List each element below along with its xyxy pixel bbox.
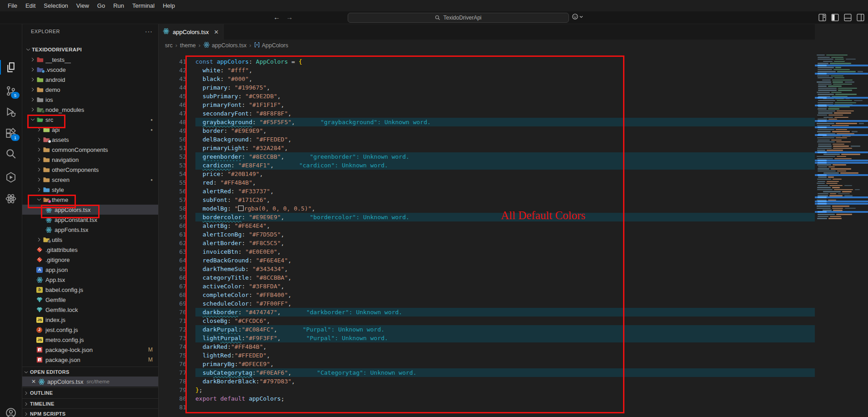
activity-item-source-control-icon[interactable]: 5 xyxy=(0,82,22,100)
tree-item-package-lock-json[interactable]: package-lock.jsonM xyxy=(22,345,158,355)
tree-item-metro-config-js[interactable]: JSmetro.config.js xyxy=(22,335,158,345)
breadcrumb-item-theme[interactable]: theme xyxy=(180,42,196,49)
tree-item-appfonts-tsx[interactable]: appFonts.tsx xyxy=(22,225,158,235)
close-icon[interactable]: ✕ xyxy=(30,378,37,385)
explorer-actions-icon[interactable]: ··· xyxy=(145,28,153,35)
activity-item-testing-icon[interactable] xyxy=(0,168,22,186)
toggle-secondary-sidebar-icon[interactable] xyxy=(857,14,864,21)
tree-item-api[interactable]: api● xyxy=(22,125,158,135)
code-line-77[interactable]: 77 subCategorytag:"#F0EAF6","Categorytag… xyxy=(158,368,815,377)
tree-item-src[interactable]: src● xyxy=(22,115,158,125)
tree-item-app-json[interactable]: Aapp.json xyxy=(22,265,158,275)
menu-item-help[interactable]: Help xyxy=(159,0,179,11)
section-outline[interactable]: OUTLINE xyxy=(22,387,158,398)
tree-item-texidodriverapi[interactable]: TEXIDODRIVERAPI xyxy=(22,45,158,55)
code-line-54[interactable]: 54 price: "#20B149", xyxy=(158,170,815,178)
open-editor-item[interactable]: ✕appColors.tsxsrc/theme xyxy=(22,377,158,387)
tree-item-babel-config-js[interactable]: bbabel.config.js xyxy=(22,285,158,295)
tree-item--vscode[interactable]: .vscode xyxy=(22,65,158,75)
toggle-primary-sidebar-icon[interactable] xyxy=(831,14,839,21)
toggle-panel-icon[interactable] xyxy=(844,14,852,21)
code-line-70[interactable]: 70 darkborder: "#474747","darkborder": U… xyxy=(158,308,815,317)
tree-item-style[interactable]: style xyxy=(22,185,158,195)
code-line-55[interactable]: 55 red: "#FF4B4B", xyxy=(158,178,815,187)
activity-item-search-icon[interactable] xyxy=(0,145,22,163)
menu-item-selection[interactable]: Selection xyxy=(40,0,72,11)
tree-item-othercomponents[interactable]: otherComponents xyxy=(22,165,158,175)
code-line-73[interactable]: 73 lightPurpal:"#F9F3FF","Purpal": Unkno… xyxy=(158,334,815,342)
code-line-81[interactable]: 81 xyxy=(158,403,815,412)
code-line-80[interactable]: 80export default appColors; xyxy=(158,394,815,403)
section-open-editors[interactable]: OPEN EDITORS xyxy=(22,367,158,377)
code-line-51[interactable]: 51 primaryLight: "#32A284", xyxy=(158,144,815,152)
minimap[interactable] xyxy=(815,24,868,417)
tab-appcolors[interactable]: appColors.tsx ✕ xyxy=(158,24,224,40)
command-center-search[interactable]: TexidoDriverApi xyxy=(348,13,569,23)
code-line-63[interactable]: 63 invoiceBtn: "#E0E0E0", xyxy=(158,247,815,256)
tree-item-package-json[interactable]: package.jsonM xyxy=(22,355,158,365)
copilot-icon[interactable] xyxy=(572,13,583,20)
activity-item-account-icon[interactable] xyxy=(0,404,22,417)
code-line-74[interactable]: 74 darkRed:"#FF4B4B", xyxy=(158,342,815,351)
tree-item-utils[interactable]: utils xyxy=(22,235,158,245)
code-line-61[interactable]: 61 alertIconBg: "#F7D5D5", xyxy=(158,230,815,239)
breadcrumb-item-appcolors-tsx[interactable]: appColors.tsx xyxy=(203,41,246,50)
tree-item-navigation[interactable]: navigation xyxy=(22,155,158,165)
code-line-62[interactable]: 62 alertBorder: "#F8C5C5", xyxy=(158,239,815,247)
code-line-50[interactable]: 50 delBackground: "#FFEDED", xyxy=(158,135,815,144)
code-line-49[interactable]: 49 border: "#E9E9E9", xyxy=(158,126,815,135)
code-line-66[interactable]: 66 categoryTitle: "#8CCBBA", xyxy=(158,273,815,282)
activity-item-run-debug-icon[interactable] xyxy=(0,103,22,121)
code-line-60[interactable]: 60 alertBg: "#F6E4E4", xyxy=(158,221,815,230)
tree-item-node-modules[interactable]: node_modules xyxy=(22,105,158,115)
menu-item-run[interactable]: Run xyxy=(109,0,128,11)
activity-item-explorer-icon[interactable] xyxy=(0,58,22,76)
tree-item-gemfile-lock[interactable]: Gemfile.lock xyxy=(22,305,158,315)
tree-item-screen[interactable]: screen● xyxy=(22,175,158,185)
customize-layout-icon[interactable] xyxy=(818,14,826,21)
code-line-65[interactable]: 65 darkThemeSub: "#343434", xyxy=(158,265,815,273)
tree-item-assets[interactable]: assets xyxy=(22,135,158,145)
tree-item-app-tsx[interactable]: App.tsx xyxy=(22,275,158,285)
tree-item-theme[interactable]: theme xyxy=(22,195,158,205)
code-line-58[interactable]: 58 modelBg: "rgba(0, 0, 0, 0.5)", xyxy=(158,204,815,213)
code-line-46[interactable]: 46 primaryFont: "#1F1F1F", xyxy=(158,100,815,109)
code-line-68[interactable]: 68 completeColor: "#FFB400", xyxy=(158,291,815,299)
tree-item-ios[interactable]: ios xyxy=(22,95,158,105)
code-line-44[interactable]: 44 primary: "#199675", xyxy=(158,83,815,92)
code-line-56[interactable]: 56 alertRed: "#F33737", xyxy=(158,187,815,196)
code-editor[interactable]: 41const appColors: AppColors = {42 white… xyxy=(158,51,815,417)
menu-item-terminal[interactable]: Terminal xyxy=(128,0,159,11)
tree-item-android[interactable]: android xyxy=(22,75,158,85)
code-line-48[interactable]: 48 graybackground: "#F5F5F5","graybackgr… xyxy=(158,118,815,126)
tree-item--gitignore[interactable]: .gitignore xyxy=(22,255,158,265)
nav-back-icon[interactable]: ← xyxy=(272,13,282,21)
tree-item--gitattributes[interactable]: .gitattributes xyxy=(22,245,158,255)
code-line-71[interactable]: 71 closeBg: "#CFCDC6", xyxy=(158,317,815,325)
code-line-45[interactable]: 45 subPrimary: "#C9E2DB", xyxy=(158,92,815,100)
section-timeline[interactable]: TIMELINE xyxy=(22,398,158,409)
code-line-43[interactable]: 43 black: "#000", xyxy=(158,75,815,83)
breadcrumb-item-src[interactable]: src xyxy=(165,42,173,49)
tree-item-appcolors-tsx[interactable]: appColors.tsx xyxy=(22,205,158,215)
tree-item-gemfile[interactable]: Gemfile xyxy=(22,295,158,305)
tree-item-appconstant-tsx[interactable]: appConstant.tsx xyxy=(22,215,158,225)
menu-item-go[interactable]: Go xyxy=(93,0,109,11)
tree-item-commoncomponents[interactable]: commonComponents xyxy=(22,145,158,155)
code-line-78[interactable]: 78 darkBorderBlack:"#797D83", xyxy=(158,377,815,386)
tree-item-jest-config-js[interactable]: Jjest.config.js xyxy=(22,325,158,335)
tab-close-icon[interactable]: ✕ xyxy=(214,29,219,35)
breadcrumb-item-appcolors[interactable]: AppColors xyxy=(254,42,288,49)
code-line-69[interactable]: 69 scheduleColor: "#7F00FF", xyxy=(158,299,815,308)
nav-forward-icon[interactable]: → xyxy=(284,13,294,21)
code-line-72[interactable]: 72 darkPurpal:"#C084FC","Purpal": Unknow… xyxy=(158,325,815,334)
code-line-67[interactable]: 67 activeColor: "#3F8FDA", xyxy=(158,282,815,291)
code-line-52[interactable]: 52 greenborder: "#8ECCBB","greenborder":… xyxy=(158,152,815,161)
menu-item-edit[interactable]: Edit xyxy=(21,0,40,11)
code-line-59[interactable]: 59 bordercolor: "#E9E9E9","bordercolor":… xyxy=(158,213,815,221)
tree-item-index-js[interactable]: JSindex.js xyxy=(22,315,158,325)
activity-item-extensions-icon[interactable]: 1 xyxy=(0,124,22,142)
code-line-75[interactable]: 75 lightRed:"#FFEDED", xyxy=(158,351,815,360)
color-swatch[interactable] xyxy=(238,206,244,211)
code-line-53[interactable]: 53 cardicon: "#E8F4F1","cardicon": Unkno… xyxy=(158,161,815,170)
